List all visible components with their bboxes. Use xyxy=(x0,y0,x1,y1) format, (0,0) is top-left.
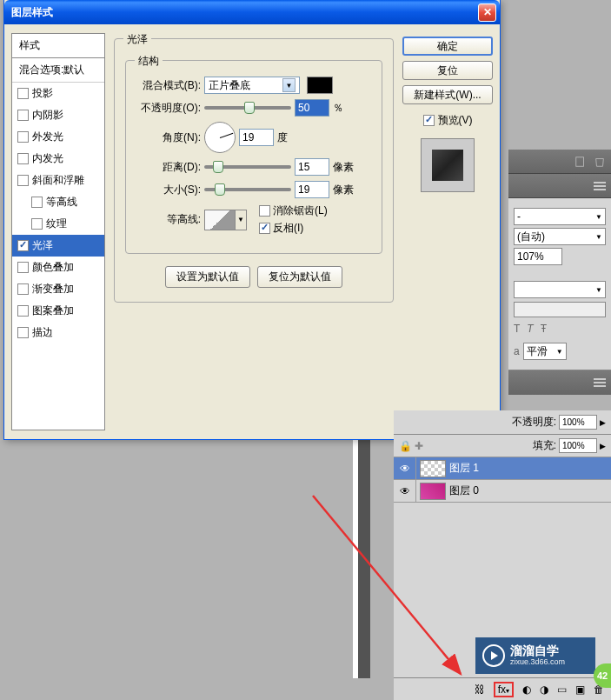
blend-mode-value: 正片叠底 xyxy=(209,78,250,93)
doc-icon[interactable] xyxy=(574,156,587,168)
strike-icon[interactable]: T xyxy=(514,323,520,335)
antialias-checkbox[interactable]: 消除锯齿(L) xyxy=(259,203,328,218)
layer-thumbnail[interactable] xyxy=(420,460,446,477)
ok-button[interactable]: 确定 xyxy=(402,37,493,56)
aa-select[interactable]: 平滑▼ xyxy=(523,343,567,360)
blend-mode-select[interactable]: 正片叠底 ▼ xyxy=(204,77,300,94)
size-slider[interactable] xyxy=(204,188,291,191)
layer-opacity-input[interactable]: 100% xyxy=(559,415,597,430)
angle-label: 角度(N): xyxy=(135,130,201,145)
style-item-label: 投影 xyxy=(32,86,53,101)
link-icon[interactable]: ⛓ xyxy=(475,683,485,696)
mask-icon[interactable]: ◐ xyxy=(522,683,531,696)
svg-rect-0 xyxy=(576,157,584,166)
style-item[interactable]: 光泽 xyxy=(12,235,104,257)
new-layer-icon[interactable]: ▣ xyxy=(575,683,585,696)
checkbox[interactable] xyxy=(17,240,29,251)
style-item[interactable]: 颜色叠加 xyxy=(12,257,104,278)
layer-name[interactable]: 图层 0 xyxy=(449,483,479,498)
blending-options[interactable]: 混合选项:默认 xyxy=(12,58,104,83)
distance-slider[interactable] xyxy=(204,165,291,169)
panel-menu-bar[interactable] xyxy=(508,174,611,198)
checkbox[interactable] xyxy=(17,175,29,186)
layer-thumbnail[interactable] xyxy=(420,483,446,500)
eye-icon[interactable]: 👁 xyxy=(400,485,410,497)
style-item[interactable]: 图案叠加 xyxy=(12,300,104,322)
checkbox[interactable] xyxy=(17,110,29,121)
style-item[interactable]: 等高线 xyxy=(12,191,104,213)
style-item-label: 等高线 xyxy=(46,195,77,210)
checkbox[interactable] xyxy=(17,305,29,317)
opacity-label: 不透明度: xyxy=(512,415,556,430)
strike2-icon[interactable]: Ŧ xyxy=(541,323,547,335)
style-item[interactable]: 内阴影 xyxy=(12,104,104,126)
trash-icon[interactable] xyxy=(594,156,606,168)
menu-icon[interactable] xyxy=(594,378,606,387)
close-icon[interactable]: ✕ xyxy=(478,3,496,22)
italic-icon[interactable]: T xyxy=(527,323,533,335)
dropdown-1[interactable]: -▼ xyxy=(514,208,606,225)
folder-icon[interactable]: ▭ xyxy=(557,683,567,696)
contour-picker[interactable] xyxy=(204,210,236,230)
fx-button[interactable]: fx▾ xyxy=(494,682,514,697)
checkbox[interactable] xyxy=(17,327,29,338)
dropdown-107[interactable]: 107% xyxy=(514,248,562,265)
angle-dial[interactable] xyxy=(204,122,236,153)
set-default-button[interactable]: 设置为默认值 xyxy=(165,266,250,288)
adjustment-icon[interactable]: ◑ xyxy=(540,683,548,696)
layer-style-dialog: 图层样式 ✕ 样式 混合选项:默认 投影内阴影外发光内发光斜面和浮雕等高线纹理光… xyxy=(3,0,501,440)
style-item[interactable]: 斜面和浮雕 xyxy=(12,170,104,191)
chevron-down-icon[interactable]: ▼ xyxy=(236,210,247,230)
eye-icon[interactable]: 👁 xyxy=(400,463,410,475)
checkbox[interactable] xyxy=(17,153,29,164)
color-swatch[interactable] xyxy=(307,77,333,94)
style-item-label: 纹理 xyxy=(46,217,67,231)
style-item[interactable]: 描边 xyxy=(12,322,104,343)
style-item[interactable]: 投影 xyxy=(12,83,104,104)
invert-checkbox[interactable]: 反相(I) xyxy=(259,221,328,236)
styles-header[interactable]: 样式 xyxy=(12,34,104,58)
fill-label: 填充: xyxy=(533,438,556,453)
distance-input[interactable]: 15 xyxy=(295,158,329,176)
lock-icons[interactable]: 🔒 ✚ xyxy=(399,440,423,452)
layer-name[interactable]: 图层 1 xyxy=(449,461,479,476)
style-item-label: 颜色叠加 xyxy=(32,260,74,275)
style-item[interactable]: 外发光 xyxy=(12,126,104,148)
satin-panel: 光泽 结构 混合模式(B): 正片叠底 ▼ 不透明度(O): xyxy=(114,33,394,430)
chevron-right-icon[interactable]: ▶ xyxy=(600,418,606,427)
style-item-label: 描边 xyxy=(32,325,53,340)
size-input[interactable]: 19 xyxy=(295,181,329,198)
checkbox[interactable] xyxy=(17,262,29,273)
style-item[interactable]: 纹理 xyxy=(12,213,104,235)
dropdown-auto[interactable]: (自动)▼ xyxy=(514,228,606,245)
side-panels: -▼ (自动)▼ 107% ▼ T T Ŧ a 平滑▼ xyxy=(508,150,611,395)
opacity-slider[interactable] xyxy=(204,106,291,110)
layer-fill-input[interactable]: 100% xyxy=(559,438,597,453)
opacity-input[interactable]: 50 xyxy=(295,99,329,117)
angle-input[interactable]: 19 xyxy=(239,129,274,146)
opacity-label: 不透明度(O): xyxy=(135,101,201,116)
dropdown-4[interactable]: ▼ xyxy=(514,281,606,298)
layers-panel-header[interactable] xyxy=(508,370,611,395)
reset-default-button[interactable]: 复位为默认值 xyxy=(257,266,342,288)
style-item[interactable]: 渐变叠加 xyxy=(12,278,104,300)
color-bar[interactable] xyxy=(514,302,606,317)
checkbox[interactable] xyxy=(31,218,43,230)
style-item[interactable]: 内发光 xyxy=(12,148,104,170)
checkbox[interactable] xyxy=(17,283,29,295)
reset-button[interactable]: 复位 xyxy=(402,61,493,80)
layer-row-0[interactable]: 👁 图层 0 xyxy=(394,480,611,503)
preview-checkbox[interactable]: 预览(V) xyxy=(402,113,493,128)
layer-row-1[interactable]: 👁 图层 1 xyxy=(394,457,611,480)
style-item-label: 外发光 xyxy=(32,130,63,144)
chevron-right-icon[interactable]: ▶ xyxy=(600,442,606,450)
style-item-label: 图案叠加 xyxy=(32,303,74,318)
menu-icon[interactable] xyxy=(594,182,606,190)
checkbox[interactable] xyxy=(17,131,29,143)
checkbox[interactable] xyxy=(17,88,29,99)
badge[interactable]: 42 xyxy=(594,663,611,688)
panel-tab-bar[interactable] xyxy=(508,150,611,174)
new-style-button[interactable]: 新建样式(W)... xyxy=(402,85,493,104)
checkbox[interactable] xyxy=(31,197,43,208)
dialog-titlebar[interactable]: 图层样式 ✕ xyxy=(4,0,500,24)
